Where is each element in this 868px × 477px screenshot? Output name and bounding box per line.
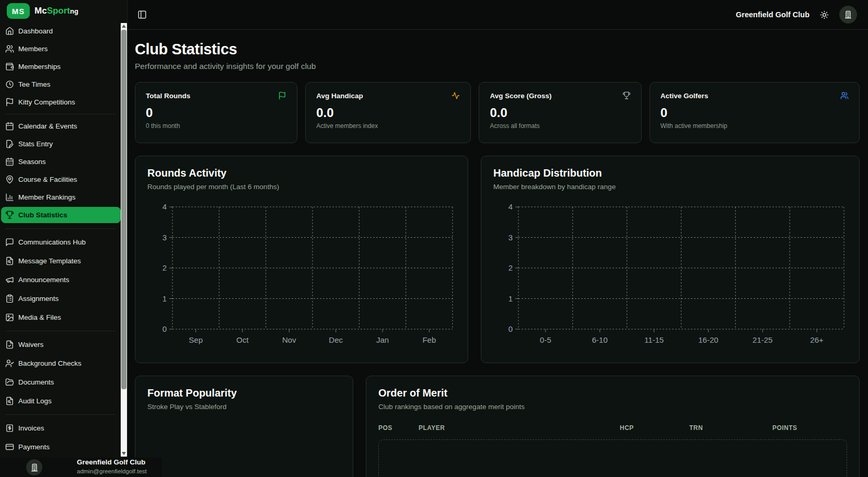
sidebar-item-course-facilities[interactable]: Course & Facilities — [1, 171, 121, 188]
home-icon — [5, 27, 14, 36]
sidebar-item-message-templates[interactable]: Message Templates — [1, 253, 121, 269]
stat-card-subtitle: Across all formats — [490, 122, 630, 130]
brand[interactable]: MS McSportng — [0, 0, 127, 22]
sidebar-item-label: Stats Entry — [18, 140, 53, 148]
card-subtitle: Club rankings based on aggregate merit p… — [378, 403, 847, 411]
svg-text:4: 4 — [163, 202, 167, 211]
sidebar-item-stats-entry[interactable]: Stats Entry — [1, 136, 121, 152]
sidebar-item-media-files[interactable]: Media & Files — [1, 309, 121, 325]
sidebar-item-waivers[interactable]: Waivers — [1, 336, 121, 353]
sidebar-item-label: Waivers — [18, 341, 43, 348]
image-icon — [5, 313, 14, 322]
page-title: Club Statistics — [135, 41, 860, 58]
theme-toggle-button[interactable] — [820, 10, 829, 19]
bottom-row: Format Popularity Stroke Play vs Stablef… — [135, 376, 860, 477]
sidebar-item-seasons[interactable]: Seasons — [1, 154, 121, 170]
user-check-icon — [5, 359, 14, 368]
rounds-activity-chart: 01234SepOctNovDecJanFeb — [147, 200, 456, 347]
svg-text:16-20: 16-20 — [698, 335, 718, 344]
stat-card-subtitle: 0 this month — [146, 122, 286, 130]
sidebar-item-calendar-events[interactable]: Calendar & Events — [1, 118, 121, 134]
mcsport-logo-icon: MS — [7, 3, 30, 19]
svg-text:6-10: 6-10 — [592, 335, 608, 344]
stat-card-active-golfers: Active Golfers0With active membership — [650, 82, 860, 143]
sidebar-item-documents[interactable]: Documents — [1, 374, 121, 390]
stat-card-total-rounds: Total Rounds00 this month — [135, 82, 297, 143]
sidebar-divider — [5, 114, 115, 114]
sidebar-toggle-button[interactable] — [137, 10, 147, 19]
brand-name-accent: Sport — [47, 6, 70, 16]
sidebar-item-label: Member Rankings — [18, 193, 76, 201]
calendar-days-icon — [5, 157, 14, 166]
main-area: Greenfield Golf Club Club Statistics Per… — [128, 0, 868, 477]
sidebar-item-memberships[interactable]: Memberships — [1, 59, 121, 75]
svg-text:Feb: Feb — [422, 335, 436, 344]
sidebar-item-kitty-competitions[interactable]: Kitty Competitions — [1, 94, 121, 110]
sidebar-item-label: Dashboard — [18, 27, 53, 35]
sidebar-item-label: Audit Logs — [18, 397, 52, 405]
oom-column-hcp: HCP — [620, 424, 689, 432]
receipt-icon — [5, 424, 14, 433]
calendar-icon — [5, 122, 14, 131]
clipboard-list-icon — [5, 294, 14, 303]
topbar-right: Greenfield Golf Club — [736, 6, 857, 24]
svg-text:0: 0 — [163, 324, 167, 333]
chart-subtitle: Member breakdown by handicap range — [493, 183, 847, 191]
svg-text:1: 1 — [163, 294, 167, 303]
users-icon — [840, 91, 849, 100]
map-pin-icon — [5, 175, 14, 184]
logo-text: MS — [12, 7, 25, 16]
order-of-merit-card: Order of Merit Club rankings based on ag… — [366, 376, 860, 477]
handicap-distribution-chart: 012340-56-1011-1516-2021-2526+ — [493, 200, 847, 347]
sidebar-item-members[interactable]: Members — [1, 41, 121, 57]
sidebar-nav: DashboardMembersMembershipsTee TimesKitt… — [0, 22, 127, 455]
sidebar-item-member-rankings[interactable]: Member Rankings — [1, 189, 121, 205]
sidebar-footer-account[interactable]: Greenfield Golf Club admin@greenfieldgol… — [0, 458, 162, 477]
scrollbar-down-arrow-icon[interactable] — [121, 450, 127, 457]
svg-text:1: 1 — [508, 294, 513, 303]
sidebar-item-payments[interactable]: Payments — [1, 439, 121, 455]
sidebar-scrollbar[interactable] — [121, 23, 127, 457]
svg-text:0: 0 — [508, 324, 513, 333]
oom-column-pos: POS — [378, 424, 419, 432]
sidebar-item-invoices[interactable]: Invoices — [1, 420, 121, 436]
card-subtitle: Stroke Play vs Stableford — [147, 403, 341, 411]
scrollbar-thumb[interactable] — [121, 30, 126, 389]
stat-card-header: Avg Handicap — [316, 91, 460, 100]
topbar: Greenfield Golf Club — [128, 0, 868, 30]
sidebar-item-label: Kitty Competitions — [18, 98, 75, 106]
sidebar-item-label: Payments — [18, 443, 50, 451]
sidebar-item-communications-hub[interactable]: Communications Hub — [1, 234, 121, 250]
panel-left-icon — [137, 10, 147, 19]
card-title: Order of Merit — [378, 387, 847, 399]
svg-text:26+: 26+ — [810, 335, 824, 344]
sidebar-item-tee-times[interactable]: Tee Times — [1, 76, 121, 92]
sidebar-item-club-statistics[interactable]: Club Statistics — [1, 207, 121, 223]
sidebar-item-background-checks[interactable]: Background Checks — [1, 355, 121, 371]
credit-card-icon — [5, 443, 14, 451]
scrollbar-up-arrow-icon[interactable] — [121, 23, 127, 29]
sidebar-item-assignments[interactable]: Assignments — [1, 290, 121, 307]
bar-chart-icon — [5, 193, 14, 202]
brand-name-suffix: ng — [70, 7, 78, 15]
stat-card-header: Avg Score (Gross) — [490, 91, 630, 100]
svg-text:3: 3 — [508, 233, 513, 242]
sidebar-item-announcements[interactable]: Announcements — [1, 272, 121, 288]
handicap-distribution-card: Handicap Distribution Member breakdown b… — [481, 156, 860, 363]
stat-card-header: Total Rounds — [146, 91, 286, 100]
file-pen-icon — [5, 139, 14, 148]
account-button[interactable] — [839, 6, 857, 24]
order-of-merit-table-header: POSPLAYERHCPTRNPOINTS — [378, 424, 847, 432]
stat-card-subtitle: With active membership — [661, 122, 849, 130]
svg-text:Sep: Sep — [189, 335, 203, 344]
message-square-icon — [5, 238, 14, 247]
sidebar-group: WaiversBackground ChecksDocumentsAudit L… — [1, 336, 121, 409]
sidebar-item-dashboard[interactable]: Dashboard — [1, 23, 121, 39]
wallet-icon — [5, 62, 14, 71]
sidebar-item-label: Seasons — [18, 158, 46, 166]
chart-subtitle: Rounds played per month (Last 6 months) — [147, 183, 456, 191]
stat-card-title: Avg Handicap — [316, 92, 363, 100]
building-icon — [30, 463, 39, 472]
trophy-icon — [622, 91, 631, 100]
sidebar-item-audit-logs[interactable]: Audit Logs — [1, 393, 121, 409]
